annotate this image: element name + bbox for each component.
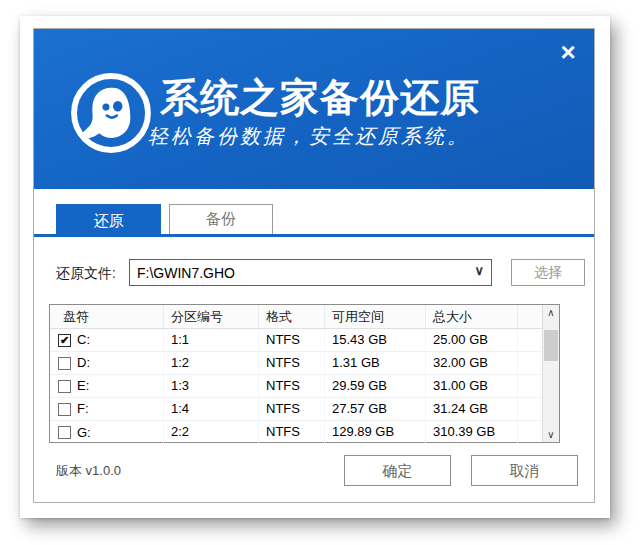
chevron-down-icon[interactable]: ∨ [474, 263, 484, 278]
filler-cell [518, 329, 542, 351]
partition-cell: 1:3 [164, 375, 259, 397]
drive-label: E: [77, 375, 89, 397]
filler-cell [518, 352, 542, 374]
table-row-d[interactable]: D: 1:2 NTFS 1.31 GB 32.00 GB [50, 352, 542, 375]
partition-table: 盘符 分区编号 格式 可用空间 总大小 ✔ C: 1:1 NTFS 15.43 … [49, 304, 560, 443]
column-header-partition[interactable]: 分区编号 [164, 305, 259, 328]
close-button[interactable]: × [554, 39, 582, 67]
column-header-filler [518, 305, 542, 328]
app-logo [69, 71, 153, 155]
checkbox-unchecked[interactable] [58, 426, 71, 439]
tab-restore[interactable]: 还原 [56, 204, 161, 237]
drive-cell: D: [50, 352, 164, 374]
table-scrollbar[interactable]: ∧ ∨ [542, 305, 559, 442]
drive-label: G: [77, 422, 91, 444]
column-header-total-size[interactable]: 总大小 [426, 305, 518, 328]
partition-cell: 1:1 [164, 329, 259, 351]
header-banner: × 系统之家备份还原 轻松备份数据，安全还原系统。 [34, 29, 594, 189]
table-row-e[interactable]: E: 1:3 NTFS 29.59 GB 31.00 GB [50, 375, 542, 398]
restore-file-combobox[interactable]: F:\GWIN7.GHO ∨ [129, 259, 492, 286]
filler-cell [518, 398, 542, 420]
drive-cell: F: [50, 398, 164, 420]
partition-cell: 1:2 [164, 352, 259, 374]
free-space-cell: 27.57 GB [325, 398, 426, 420]
total-size-cell: 310.39 GB [426, 421, 518, 444]
select-file-button[interactable]: 选择 [511, 259, 585, 286]
drive-cell: E: [50, 375, 164, 397]
restore-file-value: F:\GWIN7.GHO [137, 265, 235, 281]
dialog-frame: × 系统之家备份还原 轻松备份数据，安全还原系统。 还原 备份 还原文件: F:… [33, 28, 595, 503]
filler-cell [518, 375, 542, 397]
filler-cell [518, 421, 542, 444]
tab-backup[interactable]: 备份 [169, 204, 273, 234]
column-header-drive[interactable]: 盘符 [50, 305, 164, 328]
version-label: 版本 v1.0.0 [56, 462, 121, 480]
free-space-cell: 15.43 GB [325, 329, 426, 351]
format-cell: NTFS [259, 352, 325, 374]
table-header-row: 盘符 分区编号 格式 可用空间 总大小 [50, 305, 542, 329]
table-row-g[interactable]: G: 2:2 NTFS 129.89 GB 310.39 GB [50, 421, 542, 444]
free-space-cell: 129.89 GB [325, 421, 426, 444]
total-size-cell: 31.24 GB [426, 398, 518, 420]
scroll-down-icon[interactable]: ∨ [543, 427, 559, 442]
ghost-icon [69, 71, 153, 155]
total-size-cell: 25.00 GB [426, 329, 518, 351]
format-cell: NTFS [259, 421, 325, 444]
ok-button[interactable]: 确定 [344, 455, 451, 486]
checkbox-unchecked[interactable] [58, 380, 71, 393]
partition-cell: 2:2 [164, 421, 259, 444]
column-header-format[interactable]: 格式 [259, 305, 325, 328]
checkbox-unchecked[interactable] [58, 357, 71, 370]
table-row-c[interactable]: ✔ C: 1:1 NTFS 15.43 GB 25.00 GB [50, 329, 542, 352]
free-space-cell: 29.59 GB [325, 375, 426, 397]
scroll-up-icon[interactable]: ∧ [543, 305, 559, 320]
format-cell: NTFS [259, 398, 325, 420]
close-icon: × [560, 37, 575, 67]
cancel-button[interactable]: 取消 [471, 455, 578, 486]
format-cell: NTFS [259, 375, 325, 397]
partition-table-content: 盘符 分区编号 格式 可用空间 总大小 ✔ C: 1:1 NTFS 15.43 … [50, 305, 542, 442]
app-window: × 系统之家备份还原 轻松备份数据，安全还原系统。 还原 备份 还原文件: F:… [20, 16, 610, 518]
total-size-cell: 32.00 GB [426, 352, 518, 374]
drive-label: D: [77, 352, 90, 374]
app-subtitle: 轻松备份数据，安全还原系统。 [148, 123, 470, 150]
partition-cell: 1:4 [164, 398, 259, 420]
drive-cell: G: [50, 421, 164, 444]
scrollbar-thumb[interactable] [544, 330, 558, 361]
free-space-cell: 1.31 GB [325, 352, 426, 374]
drive-label: C: [77, 329, 90, 351]
column-header-free-space[interactable]: 可用空间 [325, 305, 426, 328]
app-title: 系统之家备份还原 [160, 71, 480, 125]
table-row-f[interactable]: F: 1:4 NTFS 27.57 GB 31.24 GB [50, 398, 542, 421]
format-cell: NTFS [259, 329, 325, 351]
drive-cell: ✔ C: [50, 329, 164, 351]
restore-file-label: 还原文件: [56, 265, 116, 283]
checkbox-checked[interactable]: ✔ [58, 334, 71, 347]
total-size-cell: 31.00 GB [426, 375, 518, 397]
checkbox-unchecked[interactable] [58, 403, 71, 416]
drive-label: F: [77, 398, 89, 420]
